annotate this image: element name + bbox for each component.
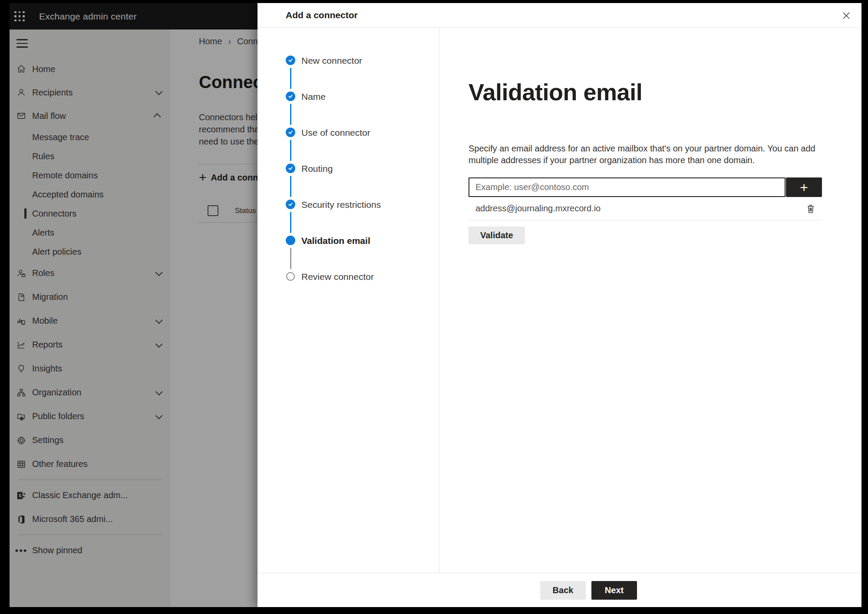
validate-button[interactable]: Validate — [469, 227, 525, 244]
panel-header: Add a connector — [257, 3, 861, 28]
step-routing[interactable]: Routing — [286, 164, 439, 200]
added-email-row: address@journaling.mxrecord.io — [469, 197, 822, 220]
add-connector-panel: Add a connector New connector Name — [257, 3, 861, 607]
email-input[interactable] — [469, 177, 785, 197]
panel-body: New connector Name Use of connector — [257, 28, 861, 573]
delete-email-button[interactable] — [805, 203, 817, 215]
step-connector-line — [290, 104, 291, 125]
screenshot-frame: Exchange admin center Home — [0, 0, 868, 614]
step-connector-line — [290, 68, 291, 89]
step-connector-line — [290, 248, 291, 269]
step-connector-line — [290, 176, 291, 197]
trash-icon — [806, 204, 815, 213]
step-heading: Validation email — [469, 79, 861, 105]
step-review-connector[interactable]: Review connector — [286, 272, 439, 308]
added-email-address: address@journaling.mxrecord.io — [475, 204, 601, 213]
step-security-restrictions[interactable]: Security restrictions — [286, 200, 439, 236]
step-name[interactable]: Name — [286, 92, 439, 128]
step-pending-icon — [286, 272, 295, 281]
step-connector-line — [290, 212, 291, 233]
panel-content: Validation email Specify an email addres… — [439, 28, 861, 573]
step-completed-icon — [286, 200, 295, 209]
add-email-button[interactable]: + — [786, 177, 822, 197]
close-icon — [842, 12, 850, 20]
step-completed-icon — [286, 164, 295, 173]
step-new-connector[interactable]: New connector — [286, 56, 439, 92]
step-validation-email[interactable]: Validation email — [286, 236, 439, 272]
panel-title: Add a connector — [286, 10, 358, 20]
step-completed-icon — [286, 92, 295, 101]
email-input-row: + — [469, 177, 822, 197]
step-current-icon — [286, 236, 295, 245]
step-completed-icon — [286, 128, 295, 137]
next-button[interactable]: Next — [591, 581, 637, 600]
wizard-steps: New connector Name Use of connector — [257, 28, 439, 573]
close-button[interactable] — [840, 9, 853, 22]
app-window: Exchange admin center Home — [10, 3, 861, 607]
panel-footer: Back Next — [257, 573, 861, 607]
step-connector-line — [290, 140, 291, 161]
back-button[interactable]: Back — [540, 581, 586, 600]
step-use-of-connector[interactable]: Use of connector — [286, 128, 439, 164]
step-description: Specify an email address for an active m… — [469, 143, 861, 166]
step-completed-icon — [286, 56, 295, 65]
